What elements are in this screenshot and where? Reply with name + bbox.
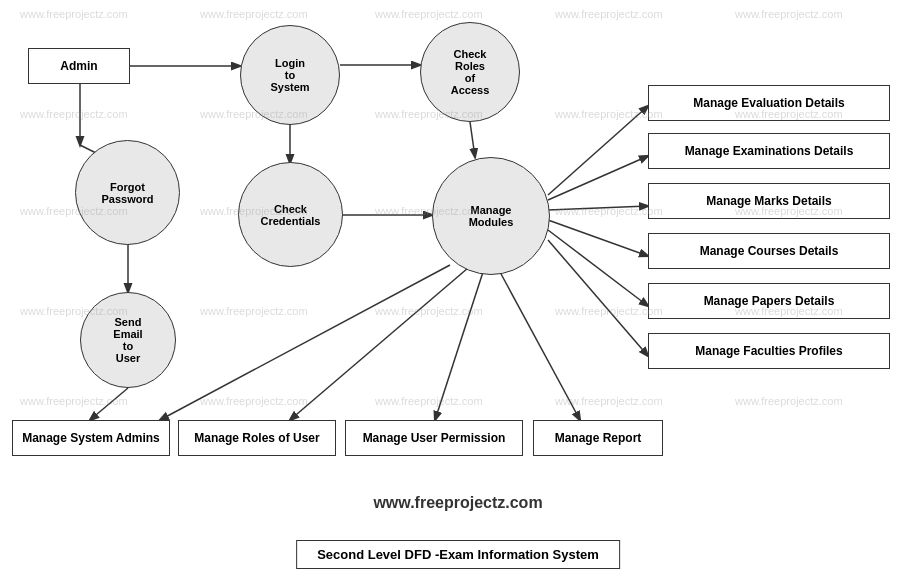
manage-modules-node: ManageModules bbox=[432, 157, 550, 275]
manage-courses-box: Manage Courses Details bbox=[648, 233, 890, 269]
manage-system-admins-label: Manage System Admins bbox=[22, 431, 160, 445]
svg-line-16 bbox=[548, 220, 648, 256]
watermark-2: www.freeprojectz.com bbox=[200, 8, 308, 20]
svg-line-13 bbox=[548, 106, 648, 195]
manage-marks-label: Manage Marks Details bbox=[706, 194, 831, 208]
manage-modules-label: ManageModules bbox=[469, 204, 514, 228]
footer-title: Second Level DFD -Exam Information Syste… bbox=[296, 540, 620, 569]
manage-papers-box: Manage Papers Details bbox=[648, 283, 890, 319]
manage-report-box: Manage Report bbox=[533, 420, 663, 456]
watermark-5: www.freeprojectz.com bbox=[735, 8, 843, 20]
website-text: www.freeprojectz.com bbox=[373, 494, 542, 512]
svg-line-10 bbox=[290, 268, 468, 420]
diagram-area: Admin LogintoSystem CheckRolesofAccess F… bbox=[0, 0, 916, 587]
watermark-23: www.freeprojectz.com bbox=[375, 395, 483, 407]
svg-line-18 bbox=[548, 240, 648, 356]
watermark-9: www.freeprojectz.com bbox=[555, 108, 663, 120]
forgot-password-node: ForgotPassword bbox=[75, 140, 180, 245]
send-email-node: SendEmailtoUser bbox=[80, 292, 176, 388]
svg-line-8 bbox=[90, 388, 128, 420]
watermark-25: www.freeprojectz.com bbox=[735, 395, 843, 407]
check-credentials-node: CheckCredentials bbox=[238, 162, 343, 267]
admin-box: Admin bbox=[28, 48, 130, 84]
manage-exam-label: Manage Examinations Details bbox=[685, 144, 854, 158]
login-node: LogintoSystem bbox=[240, 25, 340, 125]
manage-roles-box: Manage Roles of User bbox=[178, 420, 336, 456]
manage-courses-label: Manage Courses Details bbox=[700, 244, 839, 258]
manage-papers-label: Manage Papers Details bbox=[704, 294, 835, 308]
watermark-22: www.freeprojectz.com bbox=[200, 395, 308, 407]
manage-user-perm-label: Manage User Permission bbox=[363, 431, 506, 445]
forgot-password-label: ForgotPassword bbox=[102, 181, 154, 205]
svg-line-11 bbox=[435, 272, 483, 420]
svg-line-12 bbox=[500, 272, 580, 420]
watermark-1: www.freeprojectz.com bbox=[20, 8, 128, 20]
manage-faculties-label: Manage Faculties Profiles bbox=[695, 344, 842, 358]
watermark-6: www.freeprojectz.com bbox=[20, 108, 128, 120]
manage-eval-box: Manage Evaluation Details bbox=[648, 85, 890, 121]
login-label: LogintoSystem bbox=[270, 57, 309, 93]
watermark-19: www.freeprojectz.com bbox=[555, 305, 663, 317]
watermark-24: www.freeprojectz.com bbox=[555, 395, 663, 407]
svg-line-17 bbox=[548, 230, 648, 306]
svg-line-15 bbox=[548, 206, 648, 210]
manage-user-perm-box: Manage User Permission bbox=[345, 420, 523, 456]
manage-exam-box: Manage Examinations Details bbox=[648, 133, 890, 169]
admin-label: Admin bbox=[60, 59, 97, 73]
svg-line-5 bbox=[470, 122, 475, 157]
svg-line-9 bbox=[160, 265, 450, 420]
watermark-4: www.freeprojectz.com bbox=[555, 8, 663, 20]
manage-system-admins-box: Manage System Admins bbox=[12, 420, 170, 456]
check-roles-node: CheckRolesofAccess bbox=[420, 22, 520, 122]
watermark-3: www.freeprojectz.com bbox=[375, 8, 483, 20]
check-roles-label: CheckRolesofAccess bbox=[451, 48, 490, 96]
manage-marks-box: Manage Marks Details bbox=[648, 183, 890, 219]
svg-line-14 bbox=[548, 156, 648, 200]
watermark-21: www.freeprojectz.com bbox=[20, 395, 128, 407]
watermark-17: www.freeprojectz.com bbox=[200, 305, 308, 317]
watermark-14: www.freeprojectz.com bbox=[555, 205, 663, 217]
check-credentials-label: CheckCredentials bbox=[261, 203, 321, 227]
manage-report-label: Manage Report bbox=[555, 431, 642, 445]
send-email-label: SendEmailtoUser bbox=[113, 316, 142, 364]
manage-faculties-box: Manage Faculties Profiles bbox=[648, 333, 890, 369]
manage-roles-label: Manage Roles of User bbox=[194, 431, 319, 445]
manage-eval-label: Manage Evaluation Details bbox=[693, 96, 844, 110]
watermark-18: www.freeprojectz.com bbox=[375, 305, 483, 317]
